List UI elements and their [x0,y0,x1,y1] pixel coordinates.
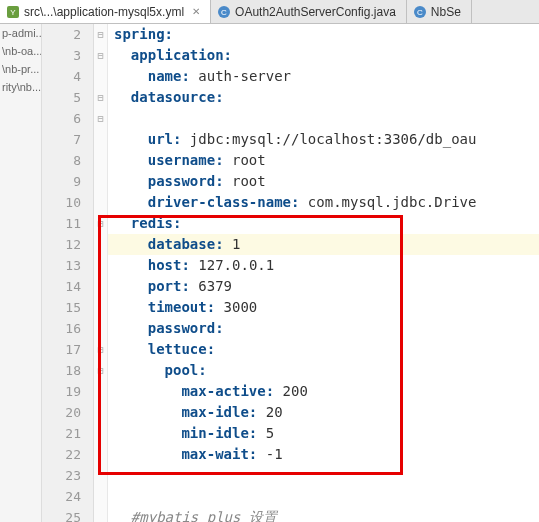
code-line[interactable]: lettuce: [108,339,539,360]
editor-tabs: Y src\...\application-mysql5x.yml ✕ C OA… [0,0,539,24]
code-line[interactable]: application: [108,45,539,66]
code-line[interactable]: max-wait: -1 [108,444,539,465]
fold-toggle-icon[interactable]: ⊟ [94,24,107,45]
line-number: 20 [42,402,93,423]
fold-toggle-icon[interactable]: ⊟ [94,45,107,66]
line-number: 23 [42,465,93,486]
fold-toggle-icon [94,66,107,87]
line-number: 19 [42,381,93,402]
line-number: 6 [42,108,93,129]
code-line[interactable]: spring: [108,24,539,45]
svg-text:Y: Y [10,8,16,17]
code-line[interactable]: datasource: [108,87,539,108]
tab-label: src\...\application-mysql5x.yml [24,5,184,19]
line-number: 8 [42,150,93,171]
line-number: 22 [42,444,93,465]
java-class-icon: C [413,5,427,19]
sidebar-item[interactable]: rity\nb... [0,78,41,96]
fold-toggle-icon [94,444,107,465]
line-number: 2 [42,24,93,45]
line-number: 24 [42,486,93,507]
tab-java-file[interactable]: C OAuth2AuthServerConfig.java [211,0,407,23]
fold-toggle-icon [94,276,107,297]
fold-toggle-icon [94,171,107,192]
line-number: 15 [42,297,93,318]
line-number: 18 [42,360,93,381]
yaml-file-icon: Y [6,5,20,19]
fold-toggle-icon [94,381,107,402]
code-line[interactable]: password: [108,318,539,339]
line-number: 12 [42,234,93,255]
fold-toggle-icon[interactable]: ⊟ [94,108,107,129]
fold-toggle-icon [94,192,107,213]
code-line[interactable]: timeout: 3000 [108,297,539,318]
line-number: 17 [42,339,93,360]
code-line[interactable] [108,465,539,486]
fold-toggle-icon [94,255,107,276]
fold-toggle-icon[interactable]: ⊟ [94,87,107,108]
code-line[interactable]: url: jdbc:mysql://localhost:3306/db_oau [108,129,539,150]
tab-label: NbSe [431,5,461,19]
fold-toggle-icon [94,297,107,318]
java-class-icon: C [217,5,231,19]
code-line[interactable]: min-idle: 5 [108,423,539,444]
line-number: 25 [42,507,93,522]
fold-toggle-icon [94,507,107,522]
line-number: 21 [42,423,93,444]
line-number: 3 [42,45,93,66]
code-line[interactable]: driver-class-name: com.mysql.jdbc.Drive [108,192,539,213]
sidebar-item[interactable]: \nb-pr... [0,60,41,78]
sidebar-item[interactable]: \nb-oa... [0,42,41,60]
code-line[interactable]: port: 6379 [108,276,539,297]
project-sidebar: p-admi... \nb-oa... \nb-pr... rity\nb... [0,24,42,522]
line-number: 14 [42,276,93,297]
code-line[interactable]: host: 127.0.0.1 [108,255,539,276]
svg-text:C: C [221,8,227,17]
fold-toggle-icon [94,486,107,507]
code-line[interactable]: password: root [108,171,539,192]
close-icon[interactable]: ✕ [192,6,200,17]
tab-partial-file[interactable]: C NbSe [407,0,472,23]
line-number: 5 [42,87,93,108]
line-number: 10 [42,192,93,213]
code-line[interactable] [108,108,539,129]
line-number-gutter: 2345678910111213141516171819202122232425 [42,24,94,522]
tab-label: OAuth2AuthServerConfig.java [235,5,396,19]
code-line[interactable]: #mybatis plus 设置 [108,507,539,522]
fold-toggle-icon [94,318,107,339]
tab-active-file[interactable]: Y src\...\application-mysql5x.yml ✕ [0,0,211,23]
line-number: 7 [42,129,93,150]
code-line[interactable]: database: 1 [108,234,539,255]
sidebar-item[interactable]: p-admi... [0,24,41,42]
fold-toggle-icon [94,402,107,423]
fold-toggle-icon [94,423,107,444]
fold-toggle-icon [94,129,107,150]
code-line[interactable]: username: root [108,150,539,171]
line-number: 9 [42,171,93,192]
svg-text:C: C [417,8,423,17]
code-line[interactable]: max-active: 200 [108,381,539,402]
fold-toggle-icon[interactable]: ⊟ [94,339,107,360]
code-line[interactable]: redis: [108,213,539,234]
code-line[interactable]: name: auth-server [108,66,539,87]
line-number: 11 [42,213,93,234]
fold-toggle-icon [94,234,107,255]
fold-toggle-icon [94,465,107,486]
fold-toggle-icon[interactable]: ⊟ [94,213,107,234]
code-line[interactable] [108,486,539,507]
code-editor[interactable]: spring: application: name: auth-server d… [108,24,539,522]
line-number: 16 [42,318,93,339]
line-number: 13 [42,255,93,276]
code-line[interactable]: pool: [108,360,539,381]
line-number: 4 [42,66,93,87]
fold-toggle-icon [94,150,107,171]
code-line[interactable]: max-idle: 20 [108,402,539,423]
fold-column: ⊟⊟⊟⊟⊟⊟⊟ [94,24,108,522]
fold-toggle-icon[interactable]: ⊟ [94,360,107,381]
